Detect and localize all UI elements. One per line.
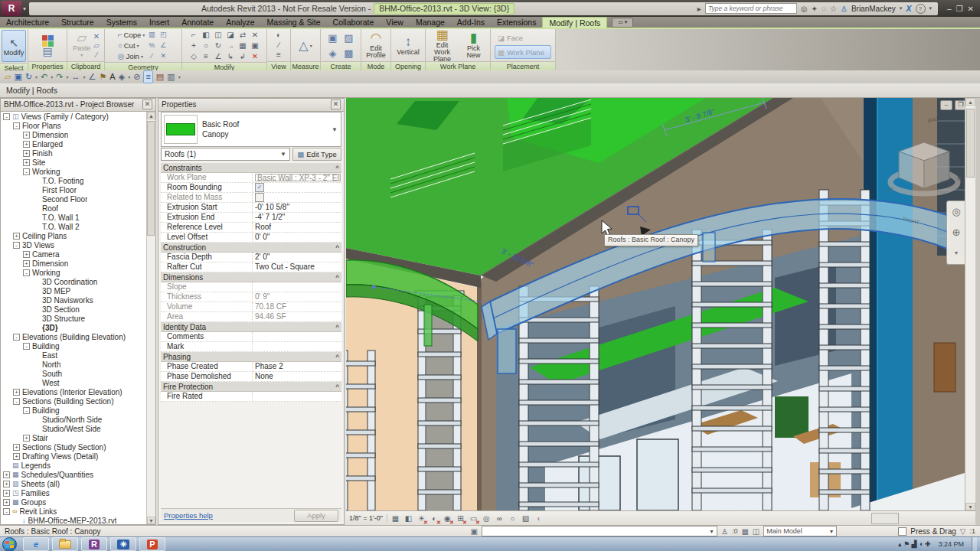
steering-wheel-icon[interactable]: ◎ bbox=[952, 207, 960, 217]
sun-path-icon[interactable]: ☀✕ bbox=[416, 513, 427, 524]
properties-close-icon[interactable]: ✕ bbox=[331, 99, 341, 109]
collapse-section-icon[interactable]: ^ bbox=[335, 383, 339, 390]
extend-single-icon[interactable]: ↳ bbox=[225, 51, 237, 61]
help-icon[interactable]: ? bbox=[916, 4, 926, 14]
visual-style-icon[interactable]: ◧ bbox=[403, 513, 414, 524]
tree-item[interactable]: First Floor bbox=[1, 185, 147, 194]
property-value[interactable] bbox=[253, 332, 341, 341]
undo-icon-caret[interactable]: ▾ bbox=[51, 74, 53, 80]
project-browser-scrollbar[interactable]: ▲ ▼ bbox=[146, 112, 155, 524]
collapse-icon[interactable]: - bbox=[13, 398, 20, 405]
tree-item[interactable]: -Building bbox=[1, 341, 147, 350]
redo-icon[interactable]: ↷ bbox=[56, 71, 63, 83]
tree-item[interactable]: +Enlarged bbox=[1, 139, 147, 148]
network-icon[interactable]: ▟ bbox=[912, 540, 919, 548]
ribbon-state-toggle-icon[interactable]: ▭ ▾ bbox=[612, 18, 633, 28]
override-graphics-icon[interactable]: ∕ bbox=[278, 41, 279, 50]
revit-mep-app-icon[interactable]: ✳ bbox=[110, 537, 136, 551]
tree-item[interactable]: 3D Coordination bbox=[1, 277, 147, 286]
property-row[interactable]: Related to Mass bbox=[161, 193, 341, 203]
collapse-icon[interactable]: - bbox=[23, 269, 30, 276]
design-option-dropdown[interactable]: Main Model▼ bbox=[763, 526, 837, 536]
expand-icon[interactable]: + bbox=[13, 453, 20, 460]
default-3d-view-icon-caret[interactable]: ▾ bbox=[128, 74, 130, 80]
tab-massing-site[interactable]: Massing & Site bbox=[261, 17, 327, 28]
property-row[interactable]: Thickness0' 9" bbox=[161, 292, 341, 302]
tree-item[interactable]: +Elevations (Interior Elevation) bbox=[1, 387, 147, 396]
property-section-header[interactable]: Identity Data^ bbox=[161, 322, 341, 332]
default-3d-view-icon[interactable]: ◈ bbox=[119, 71, 125, 83]
collapse-icon[interactable]: - bbox=[3, 508, 10, 515]
worksharing-display-icon[interactable]: ▧ bbox=[520, 513, 531, 524]
tree-item[interactable]: T.O. Wall 1 bbox=[1, 213, 147, 222]
expand-icon[interactable]: + bbox=[13, 389, 20, 396]
expand-icon[interactable]: + bbox=[23, 132, 30, 139]
array-icon[interactable]: → bbox=[225, 41, 237, 51]
tab-insert[interactable]: Insert bbox=[143, 17, 175, 28]
viewport-scrollbar-thumb[interactable] bbox=[966, 109, 975, 178]
internet-explorer-icon[interactable]: e bbox=[23, 537, 49, 551]
tree-item[interactable]: T.O. Wall 2 bbox=[1, 222, 147, 231]
tree-item[interactable]: East bbox=[1, 350, 147, 360]
exchange-apps-icon[interactable]: X bbox=[906, 4, 911, 13]
show-desktop-button[interactable] bbox=[972, 537, 977, 551]
tree-item[interactable]: +Finish bbox=[1, 148, 147, 158]
property-value[interactable]: 94.46 SF bbox=[253, 312, 341, 321]
scale-icon[interactable]: ▦ bbox=[237, 41, 249, 51]
expand-icon[interactable]: + bbox=[23, 159, 30, 166]
property-value[interactable] bbox=[253, 193, 341, 202]
tree-item[interactable]: South bbox=[1, 369, 147, 378]
delete-icon[interactable]: ✕ bbox=[250, 51, 261, 61]
collapse-section-icon[interactable]: ^ bbox=[335, 165, 339, 171]
demolish-icon[interactable]: ∠ bbox=[158, 41, 168, 51]
tree-item[interactable]: +Stair bbox=[1, 433, 147, 442]
tree-item[interactable]: -∞Revit Links bbox=[1, 507, 147, 516]
property-value[interactable]: Basic Wall : XP-3 - 2" EIFS - 5/... bbox=[253, 173, 341, 182]
property-value[interactable]: 0' 9" bbox=[253, 292, 341, 302]
tag-icon[interactable]: ⚑ bbox=[99, 71, 106, 83]
expand-icon[interactable]: + bbox=[3, 471, 10, 478]
view-minimize-icon[interactable]: – bbox=[940, 100, 952, 110]
measure-icon-caret[interactable]: ▾ bbox=[83, 74, 86, 80]
redo-icon-caret[interactable]: ▾ bbox=[67, 74, 69, 80]
offset-icon[interactable]: ◧ bbox=[201, 30, 212, 40]
expand-icon[interactable]: + bbox=[23, 251, 30, 258]
shadows-icon[interactable]: ◐✕ bbox=[429, 513, 440, 524]
tab-systems[interactable]: Systems bbox=[100, 17, 143, 28]
minimize-button[interactable]: – bbox=[947, 5, 952, 13]
visibility-graphics-icon[interactable]: ◐ bbox=[276, 31, 281, 40]
horizontal-scrollbar-thumb[interactable] bbox=[871, 513, 899, 524]
tab-view[interactable]: View bbox=[380, 17, 410, 28]
tree-item[interactable]: 3D Section bbox=[1, 305, 147, 314]
expand-icon[interactable]: + bbox=[13, 444, 20, 451]
windows-explorer-icon[interactable] bbox=[52, 537, 78, 551]
tree-item[interactable]: -Working bbox=[1, 268, 147, 277]
rendering-dialog-icon[interactable]: ◉✕ bbox=[442, 513, 453, 524]
lock-3d-view-icon[interactable]: ◎ bbox=[481, 513, 492, 524]
pick-new-work-plane-button[interactable]: ▮ PickNew bbox=[459, 30, 488, 60]
property-row[interactable]: Slope bbox=[161, 282, 341, 292]
mirror-draw-axis-icon[interactable]: ◪ bbox=[225, 30, 237, 40]
edit-work-plane-button[interactable]: ▦ EditWork Plane bbox=[427, 30, 457, 60]
expand-icon[interactable]: + bbox=[23, 150, 30, 157]
move-icon[interactable]: + bbox=[188, 41, 200, 51]
tree-item[interactable]: ▤Legends bbox=[1, 461, 147, 470]
tree-item[interactable]: 3D Navisworks bbox=[1, 295, 147, 305]
property-value[interactable]: ✓ bbox=[253, 183, 341, 192]
mirror-pick-axis-icon[interactable]: ◫ bbox=[213, 30, 224, 40]
tree-item[interactable]: 3D MEP bbox=[1, 286, 147, 295]
vertical-opening-button[interactable]: ↕ Vertical bbox=[393, 30, 423, 60]
property-row[interactable]: Phase CreatedPhase 2 bbox=[161, 362, 341, 372]
scroll-down-icon[interactable]: ▼ bbox=[147, 517, 155, 524]
split-element-icon[interactable]: ⇄ bbox=[237, 30, 249, 40]
placement-work-plane-button[interactable]: ▦Work Plane bbox=[495, 45, 551, 59]
application-menu-button[interactable]: R bbox=[2, 1, 21, 16]
collapse-icon[interactable]: - bbox=[23, 407, 30, 414]
apply-button[interactable]: Apply bbox=[294, 510, 338, 522]
open-icon[interactable]: ▱ bbox=[5, 71, 11, 83]
3d-view[interactable]: 3' - 8 7/8" 3' - 10 5/8" RIGHT BACK W N bbox=[346, 98, 965, 510]
create-assembly-icon[interactable]: ◈ bbox=[325, 46, 341, 60]
collapse-icon[interactable]: - bbox=[3, 113, 10, 120]
tab-add-ins[interactable]: Add-Ins bbox=[451, 17, 491, 28]
press-drag-checkbox[interactable] bbox=[898, 527, 906, 536]
